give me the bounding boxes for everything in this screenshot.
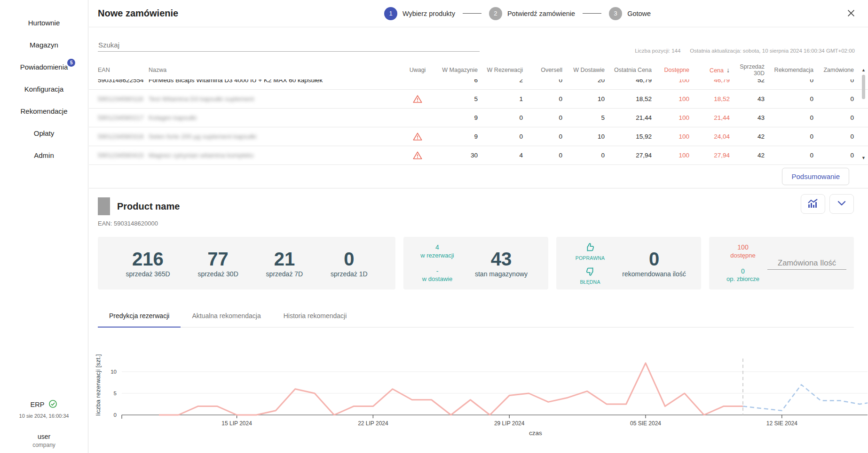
summary-row: Podsumowanie	[89, 165, 868, 188]
last-update: Ostatnia aktualizacja: sobota, 10 sierpn…	[690, 48, 855, 54]
table-row[interactable]: 5901234560316Selen forte 200 µg suplemen…	[89, 127, 868, 146]
stock-card: 4w rezerwacji-w dostawie43stan magazynow…	[403, 237, 548, 289]
column-header[interactable]: Uwagi	[402, 67, 433, 73]
tab-aktualna-rekomendacja[interactable]: Aktualna rekomendacja	[181, 305, 272, 328]
mini-stats: 4w rezerwacji-w dostawie	[416, 243, 459, 283]
value-cell: 42	[730, 133, 765, 140]
value-cell: 0	[523, 95, 562, 102]
column-header[interactable]: W Magazynie	[433, 67, 478, 73]
stock-stat: 43stan magazynowy	[459, 249, 544, 278]
sidebar-item-rekomendacje[interactable]: Rekomendacje	[0, 100, 88, 122]
step-1[interactable]: 1Wybierz produkty	[384, 7, 455, 20]
stat-label: sprzedaż 30D	[197, 270, 238, 278]
svg-text:10: 10	[110, 369, 117, 375]
value-cell: 18,52	[605, 95, 652, 102]
value-cell: 0	[765, 79, 813, 84]
sidebar-item-powiadomienia[interactable]: Powiadomienia5	[0, 56, 88, 78]
value-cell: 52	[730, 79, 765, 84]
chart-svg: 051015 LIP 202422 LIP 202429 LIP 202405 …	[89, 342, 868, 445]
value-cell: 100	[652, 79, 689, 84]
scroll-up-icon[interactable]: ▲	[861, 68, 866, 72]
main-panel: Nowe zamówienie 1Wybierz produkty2Potwie…	[89, 0, 868, 453]
tab-predykcja-rezerwacji[interactable]: Predykcja rezerwacji	[98, 305, 181, 328]
sales-stat: 216sprzedaż 365D	[126, 249, 170, 278]
page-title: Nowe zamówienie	[98, 8, 178, 19]
value-cell: 0	[478, 114, 523, 121]
sidebar-item-admin[interactable]: Admin	[0, 144, 88, 166]
order-card: 100dostępne0op. zbiorcze	[709, 237, 854, 289]
sidebar-footer: ERP 10 sie 2024, 16:00:34 user company	[0, 399, 88, 448]
detail-tabs: Predykcja rezerwacjiAktualna rekomendacj…	[98, 305, 854, 328]
column-header[interactable]: Sprzedaż 30D	[730, 63, 765, 77]
sales-stat: 77sprzedaż 30D	[197, 249, 238, 278]
thumb-up-option[interactable]: POPRAWNA	[576, 242, 605, 261]
name-cell: Kolagen kapsułki	[149, 114, 402, 121]
value-cell: 0	[813, 95, 854, 102]
close-icon[interactable]	[845, 8, 857, 20]
column-header[interactable]: Oversell	[523, 67, 562, 73]
summary-button[interactable]: Podsumowanie	[782, 168, 849, 185]
table-row[interactable]: 5903148622554ForMeds Bicaps Witamina D3 …	[89, 79, 868, 90]
scroll-down-icon[interactable]: ▼	[861, 156, 866, 160]
column-header[interactable]: Ostatnia Cena	[605, 67, 652, 73]
value-cell: 0	[813, 133, 854, 140]
column-header[interactable]: W Rezerwacji	[478, 67, 523, 73]
mini-stat: 0op. zbiorcze	[721, 267, 765, 283]
value-cell: 42	[730, 152, 765, 159]
sidebar-item-magazyn[interactable]: Magazyn	[0, 34, 88, 56]
thumb-up-icon[interactable]	[584, 242, 596, 254]
value-cell: 0	[765, 133, 813, 140]
column-header[interactable]: Rekomendacja	[765, 67, 813, 73]
column-header[interactable]: Cena↓	[689, 66, 730, 74]
sort-desc-icon[interactable]: ↓	[726, 66, 730, 74]
mini-label: op. zbiorcze	[721, 275, 765, 283]
value-cell: 100	[652, 114, 689, 121]
sidebar-item-opaty[interactable]: Opłaty	[0, 122, 88, 144]
ean-cell: 5901234560118	[98, 95, 149, 102]
mini-value: 100	[721, 243, 765, 251]
warning-icon	[402, 151, 433, 160]
table-row[interactable]: 5901234560217Kolagen kapsułki900521,4410…	[89, 109, 868, 127]
value-cell: 27,94	[689, 152, 730, 159]
products-table: EANNazwaUwagiW MagazynieW RezerwacjiOver…	[89, 61, 868, 165]
value-cell: 4	[478, 152, 523, 159]
ordered-quantity-input[interactable]	[767, 257, 846, 270]
app-window: HurtownieMagazynPowiadomienia5Konfigurac…	[0, 0, 868, 453]
table-scrollbar[interactable]: ▲ ▼	[860, 68, 867, 160]
column-header[interactable]: Dostępne	[652, 67, 689, 73]
step-3[interactable]: 3Gotowe	[609, 7, 651, 20]
column-header[interactable]: Nazwa	[149, 67, 402, 73]
value-cell: 10	[562, 95, 605, 102]
sidebar-item-konfiguracja[interactable]: Konfiguracja	[0, 78, 88, 100]
thumb-down-icon[interactable]	[584, 266, 596, 278]
column-header[interactable]: Zamówione	[813, 67, 854, 73]
value-cell: 10	[562, 133, 605, 140]
ean-cell: 5903148622554	[98, 79, 149, 84]
table-row[interactable]: 5901234560118Test Witamina D3 kapsułki s…	[89, 90, 868, 109]
name-cell: Test Witamina D3 kapsułki suplement	[149, 95, 402, 102]
value-cell: 43	[730, 95, 765, 102]
table-row[interactable]: 5901234560415Magnez cytrynian witamina k…	[89, 146, 868, 165]
column-header[interactable]: EAN	[98, 67, 149, 73]
stat-value: 216	[126, 249, 170, 269]
chart-button[interactable]	[801, 194, 825, 214]
value-cell: 0	[765, 114, 813, 121]
svg-text:0: 0	[114, 412, 117, 418]
collapse-button[interactable]	[829, 194, 854, 214]
search-input[interactable]	[98, 39, 480, 52]
stat-label: rekomendowana ilość	[612, 270, 696, 278]
value-cell: 0	[765, 95, 813, 102]
sales-card: 216sprzedaż 365D77sprzedaż 30D21sprzedaż…	[98, 237, 395, 289]
step-2[interactable]: 2Potwierdź zamówienie	[489, 7, 575, 20]
value-cell: 46,79	[605, 79, 652, 84]
scrollbar-thumb[interactable]	[862, 75, 865, 99]
sidebar-item-hurtownie[interactable]: Hurtownie	[0, 12, 88, 34]
warning-icon	[402, 94, 433, 103]
tab-historia-rekomendacji[interactable]: Historia rekomendacji	[272, 305, 358, 328]
column-header[interactable]: W Dostawie	[562, 67, 605, 73]
svg-text:15 LIP 2024: 15 LIP 2024	[221, 420, 252, 427]
thumb-down-option[interactable]: BŁĘDNA	[580, 266, 600, 285]
stat-value: 21	[266, 249, 303, 269]
items-count: Liczba pozycji: 144	[635, 48, 680, 54]
reservation-prediction-chart: 051015 LIP 202422 LIP 202429 LIP 202405 …	[89, 342, 868, 447]
